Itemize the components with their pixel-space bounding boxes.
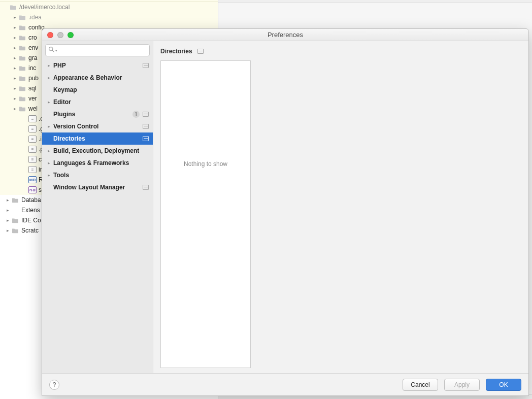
project-scope-icon bbox=[143, 63, 149, 68]
settings-content: Directories Nothing to show bbox=[153, 41, 528, 373]
folder-icon bbox=[18, 85, 26, 92]
settings-nav-label: Tools bbox=[52, 172, 149, 179]
disclosure-arrow-icon[interactable]: ▸ bbox=[11, 55, 18, 60]
settings-nav-label: PHP bbox=[52, 62, 143, 69]
folder-icon bbox=[18, 64, 26, 72]
disclosure-arrow-icon[interactable]: ▸ bbox=[11, 76, 18, 81]
tree-item-label: cro bbox=[28, 34, 37, 41]
ok-button[interactable]: OK bbox=[486, 379, 521, 391]
close-window-button[interactable] bbox=[47, 32, 53, 38]
settings-nav-item[interactable]: ▸Build, Execution, Deployment bbox=[42, 145, 153, 157]
project-scope-icon bbox=[197, 49, 204, 54]
settings-nav-item[interactable]: ▸Window Layout Manager bbox=[42, 181, 153, 193]
dialog-titlebar[interactable]: Preferences bbox=[42, 29, 528, 41]
folder-icon bbox=[18, 54, 26, 61]
file-icon: ≡ bbox=[28, 125, 37, 132]
apply-button[interactable]: Apply bbox=[444, 379, 480, 391]
settings-nav-item[interactable]: ▸Version Control bbox=[42, 120, 153, 132]
disclosure-arrow-icon[interactable]: ▸ bbox=[11, 45, 18, 50]
folder-icon bbox=[18, 75, 26, 82]
disclosure-arrow-icon[interactable]: ▸ bbox=[4, 228, 11, 233]
disclosure-arrow-icon[interactable]: ▸ bbox=[11, 65, 18, 71]
file-icon: ≡ bbox=[28, 156, 37, 163]
folder-icon bbox=[9, 4, 17, 11]
disclosure-arrow-icon[interactable]: ▸ bbox=[11, 106, 18, 111]
search-icon bbox=[48, 46, 55, 54]
disclosure-arrow-icon[interactable]: ▸ bbox=[11, 96, 18, 101]
settings-nav-item[interactable]: ▸Tools bbox=[42, 169, 153, 181]
blank-icon bbox=[11, 207, 19, 214]
tree-item-label: Extens bbox=[21, 207, 40, 214]
preferences-dialog: Preferences ▾ ▸PHP▸Appearance & Behavior… bbox=[42, 28, 529, 396]
help-button[interactable]: ? bbox=[49, 380, 59, 390]
search-history-dropdown-icon[interactable]: ▾ bbox=[55, 49, 57, 53]
settings-nav-item[interactable]: ▸Editor bbox=[42, 96, 153, 108]
folder-icon bbox=[18, 95, 26, 102]
disclosure-arrow-icon[interactable]: ▸ bbox=[4, 208, 11, 213]
tree-item-label: .idea bbox=[28, 14, 42, 21]
minimize-window-button[interactable] bbox=[57, 32, 63, 38]
chevron-right-icon: ▸ bbox=[45, 75, 52, 80]
tree-item[interactable]: ▸.idea bbox=[0, 12, 218, 22]
tree-item-label: IDE Co bbox=[21, 217, 41, 224]
tree-item-label: sql bbox=[28, 85, 36, 92]
tree-item-label: Scratc bbox=[21, 227, 39, 234]
settings-nav-label: Build, Execution, Deployment bbox=[52, 147, 149, 154]
settings-nav-label: Directories bbox=[52, 135, 143, 142]
disclosure-arrow-icon[interactable]: ▸ bbox=[4, 218, 11, 223]
settings-breadcrumb: Directories bbox=[160, 46, 521, 56]
settings-nav-item[interactable]: ▸Languages & Frameworks bbox=[42, 157, 153, 169]
file-icon: ≡ bbox=[28, 115, 37, 122]
folder-icon bbox=[18, 44, 26, 51]
file-icon: ≡ bbox=[28, 136, 37, 143]
project-scope-icon bbox=[143, 112, 149, 117]
folder-icon bbox=[11, 196, 19, 204]
markdown-file-icon: MD bbox=[28, 176, 37, 183]
folder-icon bbox=[18, 34, 26, 41]
tree-item-label: Databa bbox=[21, 196, 41, 204]
tree-item-label: pub bbox=[28, 75, 39, 82]
settings-nav-label: Languages & Frameworks bbox=[52, 159, 149, 167]
disclosure-arrow-icon[interactable]: ▸ bbox=[11, 35, 18, 40]
settings-nav-label: Editor bbox=[52, 98, 149, 106]
disclosure-arrow-icon[interactable]: ▸ bbox=[11, 25, 18, 30]
php-file-icon: PHP bbox=[28, 186, 37, 193]
disclosure-arrow-icon[interactable]: ▸ bbox=[4, 197, 11, 203]
chevron-right-icon: ▸ bbox=[45, 124, 52, 129]
tree-item-label: inc bbox=[28, 64, 36, 72]
settings-nav-label: Appearance & Behavior bbox=[52, 74, 149, 81]
project-scope-icon bbox=[143, 185, 149, 190]
settings-nav-item[interactable]: ▸Appearance & Behavior bbox=[42, 72, 153, 84]
folder-icon bbox=[11, 227, 19, 234]
folder-icon bbox=[18, 24, 26, 31]
settings-nav-label: Keymap bbox=[52, 86, 149, 93]
settings-search: ▾ bbox=[45, 44, 150, 56]
settings-nav-item[interactable]: ▸Plugins1 bbox=[42, 108, 153, 120]
zoom-window-button[interactable] bbox=[68, 32, 74, 38]
settings-nav-label: Version Control bbox=[52, 123, 143, 130]
settings-nav-item[interactable]: ▸Keymap bbox=[42, 84, 153, 96]
cancel-button[interactable]: Cancel bbox=[403, 379, 438, 391]
chevron-right-icon: ▸ bbox=[45, 99, 52, 105]
tree-item-label: env bbox=[28, 44, 38, 51]
breadcrumb-label: Directories bbox=[160, 48, 192, 55]
settings-sidebar: ▾ ▸PHP▸Appearance & Behavior▸Keymap▸Edit… bbox=[42, 41, 153, 373]
tree-item-label: wel bbox=[28, 105, 38, 112]
tree-item-label: ver bbox=[28, 95, 37, 102]
settings-nav-list: ▸PHP▸Appearance & Behavior▸Keymap▸Editor… bbox=[42, 59, 153, 373]
chevron-right-icon: ▸ bbox=[45, 63, 52, 68]
settings-nav-item[interactable]: ▸Directories bbox=[42, 132, 153, 145]
chevron-right-icon: ▸ bbox=[45, 173, 52, 178]
project-scope-icon bbox=[143, 124, 149, 129]
settings-nav-item[interactable]: ▸PHP bbox=[42, 59, 153, 72]
window-controls bbox=[42, 32, 74, 38]
update-count-badge: 1 bbox=[132, 111, 140, 118]
tree-root[interactable]: ▸/devel/imerco.local bbox=[0, 2, 218, 12]
disclosure-arrow-icon[interactable]: ▸ bbox=[11, 86, 18, 91]
tree-item-label: gra bbox=[28, 54, 37, 61]
folder-icon bbox=[18, 105, 26, 112]
file-icon: ≡ bbox=[28, 166, 37, 173]
dialog-title: Preferences bbox=[42, 31, 528, 39]
settings-search-input[interactable] bbox=[45, 44, 150, 56]
disclosure-arrow-icon[interactable]: ▸ bbox=[11, 15, 18, 20]
